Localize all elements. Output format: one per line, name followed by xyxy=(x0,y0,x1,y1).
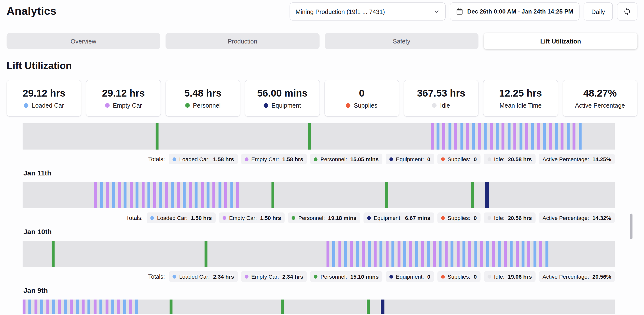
loaded-car-bar xyxy=(368,241,371,267)
loaded-car-bar xyxy=(40,300,43,314)
tab-production[interactable]: Production xyxy=(166,33,319,50)
chip-label: Idle: xyxy=(494,215,504,221)
loaded-car-bar xyxy=(439,241,442,267)
page-header: Analytics Mining Production (19f1 ... 74… xyxy=(0,0,644,24)
empty-car-bar xyxy=(58,300,61,314)
card-label: Empty Car xyxy=(105,102,142,109)
loaded-car-bar xyxy=(403,241,406,267)
date-range-text: Dec 26th 0:00 AM - Jan 24th 14:25 PM xyxy=(467,8,573,15)
granularity-button[interactable]: Daily xyxy=(584,2,613,21)
card-label-text: Supplies xyxy=(354,102,377,109)
loaded-car-bar xyxy=(171,182,174,208)
empty-car-bar xyxy=(177,182,180,208)
site-selector-value: Mining Production (19f1 ... 7431) xyxy=(296,8,385,15)
loaded-car-bar xyxy=(496,123,498,150)
empty-car-bar xyxy=(350,241,353,267)
empty-car-bar xyxy=(478,123,481,150)
chip-value: 6.67 mins xyxy=(405,215,430,221)
card-label-text: Active Percentage xyxy=(575,102,625,109)
loaded-car-bar xyxy=(448,123,452,150)
empty-car-bar xyxy=(165,182,168,208)
total-chip-equipment: Equipment:0 xyxy=(386,271,434,282)
loaded-car-bar xyxy=(230,182,233,208)
empty-car-bar xyxy=(94,300,96,314)
card-label-text: Empty Car xyxy=(113,102,142,109)
total-chip-supplies: Supplies:0 xyxy=(437,154,480,164)
total-chip-idle: Idle:20.56 hrs xyxy=(484,212,536,223)
day-block: Jan 10thTotals:Loaded Car:2.34 hrsEmpty … xyxy=(0,227,644,282)
page-title: Analytics xyxy=(7,5,57,18)
chip-dot-personnel xyxy=(314,157,318,161)
chip-value: 14.25% xyxy=(592,156,611,162)
loaded-car-bar xyxy=(356,241,359,267)
empty-car-bar xyxy=(82,300,85,314)
loaded-car-bar xyxy=(380,241,383,267)
chip-dot-empty xyxy=(222,216,226,220)
chip-label: Empty Car: xyxy=(251,156,279,162)
empty-car-bar xyxy=(433,241,436,267)
scrollbar-thumb[interactable] xyxy=(630,214,632,239)
chip-dot-personnel xyxy=(292,216,296,220)
chip-label: Personnel: xyxy=(298,215,325,221)
card-value: 56.00 mins xyxy=(257,88,308,99)
total-chip-idle: Idle:20.58 hrs xyxy=(484,154,536,164)
loaded-car-bar xyxy=(76,300,79,314)
timeline-track xyxy=(22,300,615,314)
total-chip-loaded-car: Loaded Car:1.58 hrs xyxy=(169,154,238,164)
empty-car-bar xyxy=(539,241,542,267)
empty-car-bar xyxy=(22,300,26,314)
chip-dot-idle xyxy=(488,157,491,161)
total-chip-active-percentage: Active Percentage:20.56% xyxy=(539,271,615,282)
empty-car-bar xyxy=(468,241,471,267)
card-value: 29.12 hrs xyxy=(22,88,65,99)
chip-label: Equipment: xyxy=(374,215,402,221)
timeline-track xyxy=(22,123,615,150)
totals-prefix-label: Totals: xyxy=(126,214,143,221)
empty-car-bar xyxy=(466,123,469,150)
tab-lift-utilization[interactable]: Lift Utilization xyxy=(484,33,637,50)
total-chip-idle: Idle:19.06 hrs xyxy=(484,271,536,282)
legend-dot-empty xyxy=(105,103,109,108)
chip-label: Supplies: xyxy=(448,215,470,221)
charts-scroll-area[interactable]: Totals:Loaded Car:1.58 hrsEmpty Car:1.58… xyxy=(0,121,644,314)
empty-car-bar xyxy=(142,182,144,208)
loaded-car-bar xyxy=(392,241,394,267)
tab-overview[interactable]: Overview xyxy=(7,33,160,50)
refresh-button[interactable] xyxy=(617,2,638,21)
total-chip-equipment: Equipment:0 xyxy=(386,154,434,164)
chip-value: 20.56% xyxy=(592,274,611,280)
section-title: Lift Utilization xyxy=(7,59,637,72)
empty-car-bar xyxy=(94,182,97,208)
empty-car-bar xyxy=(445,241,448,267)
empty-car-bar xyxy=(409,241,412,267)
chevron-down-icon xyxy=(434,8,439,14)
summary-card-equipment: 56.00 minsEquipment xyxy=(245,80,320,116)
totals-prefix-label: Totals: xyxy=(148,273,165,280)
chip-label: Loaded Car: xyxy=(179,274,210,280)
empty-car-bar xyxy=(105,300,108,314)
date-range-picker[interactable]: Dec 26th 0:00 AM - Jan 24th 14:25 PM xyxy=(450,2,580,21)
empty-car-bar xyxy=(572,123,576,150)
loaded-car-bar xyxy=(436,123,440,150)
card-label-text: Idle xyxy=(440,102,450,109)
empty-car-bar xyxy=(525,123,528,150)
summary-card-empty-car: 29.12 hrsEmpty Car xyxy=(86,80,161,116)
personnel-bar xyxy=(170,300,172,314)
empty-car-bar xyxy=(442,123,446,150)
card-value: 29.12 hrs xyxy=(102,88,145,99)
timeline-track xyxy=(22,241,615,267)
card-label-text: Mean Idle Time xyxy=(500,102,542,109)
site-selector-dropdown[interactable]: Mining Production (19f1 ... 7431) xyxy=(289,2,445,21)
equipment-bar xyxy=(485,182,489,208)
total-chip-empty-car: Empty Car:1.50 hrs xyxy=(219,212,285,223)
tab-safety[interactable]: Safety xyxy=(325,33,478,50)
personnel-bar xyxy=(367,300,370,314)
personnel-bar xyxy=(272,182,274,208)
empty-car-bar xyxy=(492,241,495,267)
loaded-car-bar xyxy=(472,123,475,150)
chip-dot-loaded xyxy=(173,157,176,161)
summary-card-active-percentage: 48.27%Active Percentage xyxy=(562,80,637,116)
legend-dot-equipment xyxy=(264,103,268,108)
chip-value: 0 xyxy=(474,274,477,280)
total-chip-loaded-car: Loaded Car:1.50 hrs xyxy=(147,212,216,223)
